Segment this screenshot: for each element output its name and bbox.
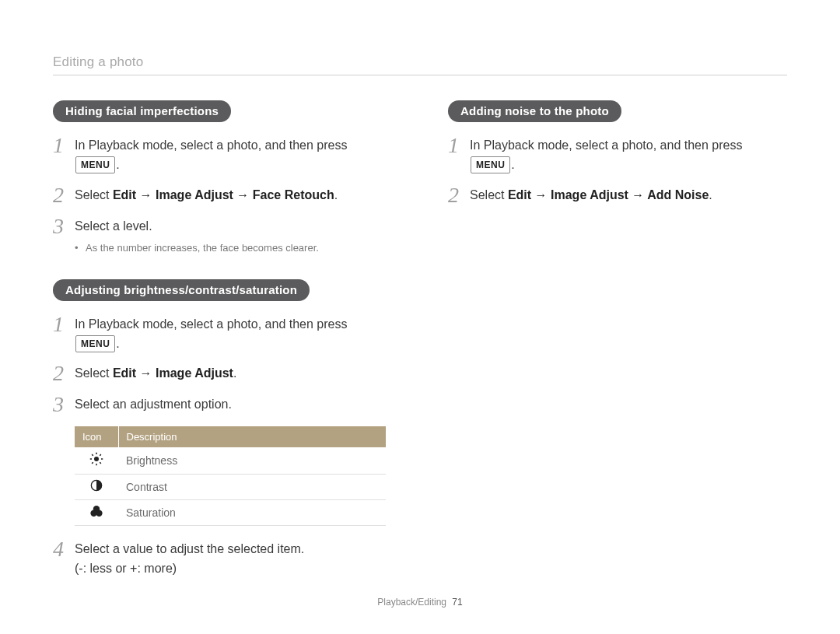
footer-section: Playback/Editing <box>377 597 446 608</box>
th-description: Description <box>118 426 386 447</box>
step-number: 3 <box>53 215 75 237</box>
step-number: 1 <box>53 313 75 335</box>
cell-desc: Brightness <box>118 447 386 475</box>
svg-line-5 <box>92 455 93 457</box>
pill-hiding-facial-imperfections: Hiding facial imperfections <box>53 100 231 122</box>
svg-point-0 <box>94 457 99 461</box>
menu-key: MENU <box>75 156 115 174</box>
table-row: Contrast <box>75 475 386 500</box>
step-number: 2 <box>53 363 75 384</box>
note-list: • As the number increases, the face beco… <box>75 240 392 256</box>
step: 3 Select a level. • As the number increa… <box>53 217 392 256</box>
step-text: Select <box>75 188 113 201</box>
page: Editing a photo Hiding facial imperfecti… <box>0 0 840 634</box>
step-body: Select a level. • As the number increase… <box>75 217 392 256</box>
step-text: Select a value to adjust the selected it… <box>75 542 304 555</box>
menu-path: Edit → Image Adjust <box>113 366 233 380</box>
step-body: Select Edit → Image Adjust → Add Noise. <box>470 186 787 205</box>
step-number: 2 <box>53 184 75 206</box>
step-text: Select <box>470 188 508 201</box>
step-text: . <box>334 188 338 201</box>
step-number: 1 <box>53 135 75 156</box>
right-column: Adding noise to the photo 1 In Playback … <box>448 100 787 602</box>
step-body: Select a value to adjust the selected it… <box>75 540 392 579</box>
step-text: Select <box>75 366 113 380</box>
menu-key: MENU <box>471 156 510 174</box>
step-text: Select an adjustment option. <box>75 398 232 411</box>
divider <box>53 75 787 75</box>
step-number: 4 <box>53 538 75 560</box>
step-body: In Playback mode, select a photo, and th… <box>75 136 392 175</box>
menu-key: MENU <box>75 335 115 353</box>
note-text: As the number increases, the face become… <box>86 240 319 256</box>
menu-path: Edit → Image Adjust → Add Noise <box>508 188 709 201</box>
cell-icon <box>75 500 118 526</box>
cell-icon <box>75 447 118 475</box>
step: 2 Select Edit → Image Adjust. <box>53 364 392 384</box>
step-subtext: (-: less or +: more) <box>75 562 177 575</box>
svg-point-12 <box>93 506 100 513</box>
step: 2 Select Edit → Image Adjust → Face Reto… <box>53 186 392 206</box>
menu-path: Edit → Image Adjust → Face Retouch <box>113 188 334 201</box>
footer: Playback/Editing 71 <box>0 597 840 608</box>
th-icon: Icon <box>75 426 118 447</box>
step-number: 1 <box>448 135 470 156</box>
svg-line-6 <box>100 463 101 464</box>
steps-adjust-cont: 4 Select a value to adjust the selected … <box>53 540 392 579</box>
step-body: Select Edit → Image Adjust → Face Retouc… <box>75 186 392 205</box>
left-column: Hiding facial imperfections 1 In Playbac… <box>53 100 392 602</box>
svg-line-7 <box>92 463 93 464</box>
cell-icon <box>75 475 118 500</box>
step-text: . <box>233 366 236 380</box>
steps-face-retouch: 1 In Playback mode, select a photo, and … <box>53 136 392 256</box>
step-text: Select a level. <box>75 219 152 233</box>
step-text: . <box>116 337 119 350</box>
table-row: Saturation <box>75 500 386 526</box>
step-number: 3 <box>53 394 75 415</box>
table-header-row: Icon Description <box>75 426 386 447</box>
step: 1 In Playback mode, select a photo, and … <box>53 136 392 175</box>
step: 2 Select Edit → Image Adjust → Add Noise… <box>448 186 787 206</box>
breadcrumb: Editing a photo <box>53 54 787 70</box>
step-text: . <box>709 188 712 201</box>
step: 4 Select a value to adjust the selected … <box>53 540 392 579</box>
steps-adjust: 1 In Playback mode, select a photo, and … <box>53 315 392 416</box>
pill-adjusting-bcs: Adjusting brightness/contrast/saturation <box>53 279 310 301</box>
cell-desc: Contrast <box>118 475 386 500</box>
cell-desc: Saturation <box>118 500 386 526</box>
step-text: . <box>116 158 119 171</box>
step-body: In Playback mode, select a photo, and th… <box>75 315 392 354</box>
note-item: • As the number increases, the face beco… <box>75 240 392 256</box>
step: 3 Select an adjustment option. <box>53 395 392 415</box>
saturation-icon <box>89 505 103 520</box>
contrast-icon <box>90 479 103 495</box>
bullet-icon: • <box>75 240 86 256</box>
columns: Hiding facial imperfections 1 In Playbac… <box>53 100 787 602</box>
step-body: In Playback mode, select a photo, and th… <box>470 136 787 175</box>
svg-line-8 <box>100 455 101 457</box>
pill-adding-noise: Adding noise to the photo <box>448 100 621 122</box>
step-body: Select an adjustment option. <box>75 395 392 415</box>
brightness-icon <box>89 452 103 469</box>
step-number: 2 <box>448 184 470 206</box>
step-text: In Playback mode, select a photo, and th… <box>75 317 347 331</box>
step: 1 In Playback mode, select a photo, and … <box>448 136 787 175</box>
adjustment-table: Icon Description Brightness <box>75 426 386 526</box>
step-body: Select Edit → Image Adjust. <box>75 364 392 384</box>
step-text: In Playback mode, select a photo, and th… <box>470 138 742 152</box>
step-text: . <box>511 158 514 171</box>
page-number: 71 <box>452 597 462 608</box>
step: 1 In Playback mode, select a photo, and … <box>53 315 392 354</box>
steps-add-noise: 1 In Playback mode, select a photo, and … <box>448 136 787 206</box>
table-row: Brightness <box>75 447 386 475</box>
step-text: In Playback mode, select a photo, and th… <box>75 138 347 152</box>
